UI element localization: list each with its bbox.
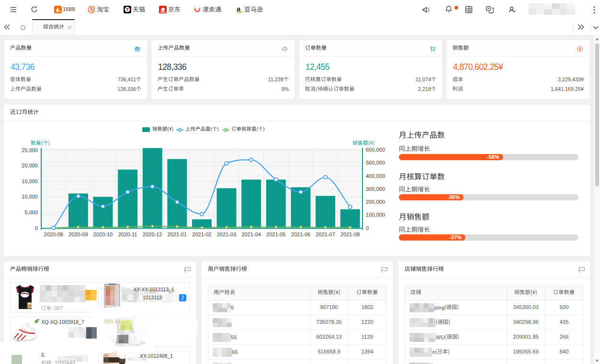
svg-text:10,000: 10,000 [22,194,38,199]
svg-text:2020-12: 2020-12 [143,232,162,237]
svg-text:500,000: 500,000 [366,160,385,165]
svg-text:0: 0 [35,225,38,231]
svg-text:200,000: 200,000 [366,199,385,205]
svg-text:2021-02: 2021-02 [192,232,211,237]
svg-text:0: 0 [366,225,369,231]
svg-text:2020-08: 2020-08 [44,232,63,237]
svg-text:2021-07: 2021-07 [316,232,335,237]
svg-text:a: a [237,5,241,13]
svg-text:5,000: 5,000 [24,210,38,215]
svg-text:25,000: 25,000 [22,147,38,153]
svg-text:100,000: 100,000 [366,212,385,218]
svg-text:2021-05: 2021-05 [266,232,285,237]
svg-text:400,000: 400,000 [366,173,385,179]
svg-text:2021-01: 2021-01 [168,232,187,237]
svg-text:2021-08: 2021-08 [340,232,360,237]
svg-text:300,000: 300,000 [366,186,385,192]
svg-text:15,000: 15,000 [22,178,38,184]
svg-text:2021-03: 2021-03 [217,232,236,237]
svg-text:2021-06: 2021-06 [291,232,310,237]
svg-text:2020-11: 2020-11 [118,232,137,237]
svg-text:2021-04: 2021-04 [242,232,261,237]
svg-text:20,000: 20,000 [22,163,38,168]
svg-text:600,000: 600,000 [366,147,385,153]
svg-text:2020-10: 2020-10 [93,232,113,237]
svg-text:2020-09: 2020-09 [68,232,88,237]
